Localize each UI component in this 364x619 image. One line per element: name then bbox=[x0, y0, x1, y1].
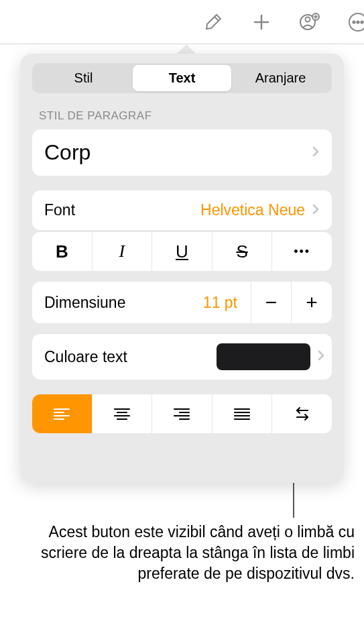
tab-stil[interactable]: Stil bbox=[34, 65, 133, 91]
text-style-buttons: B I U S ••• bbox=[32, 231, 332, 271]
font-value: Helvetica Neue bbox=[200, 201, 305, 219]
rtl-direction-button[interactable] bbox=[272, 394, 332, 433]
svg-point-10 bbox=[361, 21, 363, 23]
paragraph-style-row[interactable]: Corp bbox=[32, 129, 332, 176]
align-right-button[interactable] bbox=[152, 394, 213, 433]
brush-icon[interactable] bbox=[202, 11, 225, 34]
font-label: Font bbox=[44, 201, 200, 219]
size-row: Dimensiune 11 pt − + bbox=[32, 282, 332, 323]
tab-bar: Stil Text Aranjare bbox=[32, 63, 332, 93]
svg-point-3 bbox=[306, 17, 310, 21]
collaborate-icon[interactable] bbox=[298, 11, 321, 34]
align-left-button[interactable] bbox=[32, 394, 93, 433]
underline-button[interactable]: U bbox=[152, 232, 213, 271]
tab-aranjare[interactable]: Aranjare bbox=[231, 65, 330, 91]
text-color-swatch[interactable] bbox=[217, 343, 310, 370]
font-row[interactable]: Font Helvetica Neue bbox=[32, 190, 332, 230]
size-stepper: − + bbox=[251, 282, 332, 323]
chevron-right-icon bbox=[317, 348, 325, 365]
text-color-row[interactable]: Culoare text bbox=[32, 334, 332, 380]
more-icon[interactable] bbox=[347, 11, 364, 34]
strikethrough-button[interactable]: S bbox=[213, 232, 273, 271]
top-toolbar bbox=[0, 0, 364, 44]
alignment-buttons bbox=[32, 394, 332, 433]
italic-button[interactable]: I bbox=[93, 232, 153, 271]
popover-arrow bbox=[176, 44, 196, 54]
svg-point-9 bbox=[357, 21, 359, 23]
align-center-button[interactable] bbox=[93, 394, 153, 433]
plus-icon[interactable] bbox=[250, 11, 273, 34]
chevron-right-icon bbox=[312, 202, 320, 219]
paragraph-style-label: STIL DE PARAGRAF bbox=[39, 109, 325, 123]
size-increase-button[interactable]: + bbox=[292, 282, 332, 323]
tab-text[interactable]: Text bbox=[133, 65, 231, 91]
callout-leader-line bbox=[293, 483, 294, 518]
format-panel: Stil Text Aranjare STIL DE PARAGRAF Corp… bbox=[20, 54, 344, 483]
size-label: Dimensiune bbox=[44, 294, 203, 312]
size-value: 11 pt bbox=[203, 294, 237, 312]
size-decrease-button[interactable]: − bbox=[251, 282, 292, 323]
more-text-options-button[interactable]: ••• bbox=[272, 232, 332, 271]
bold-button[interactable]: B bbox=[32, 232, 93, 271]
svg-point-8 bbox=[353, 21, 355, 23]
callout-text: Acest buton este vizibil când aveți o li… bbox=[13, 522, 355, 584]
chevron-right-icon bbox=[312, 144, 320, 162]
align-justify-button[interactable] bbox=[213, 394, 273, 433]
paragraph-style-value: Corp bbox=[44, 140, 312, 165]
text-color-label: Culoare text bbox=[44, 348, 217, 366]
